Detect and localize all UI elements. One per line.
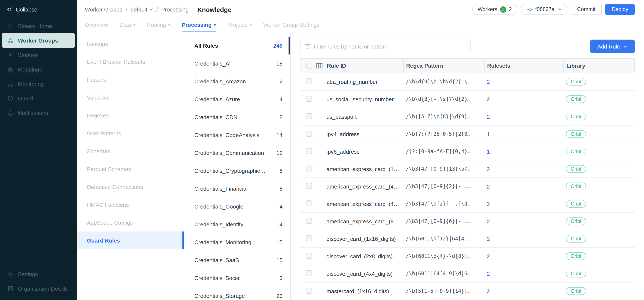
knowledge-nav-item[interactable]: Grok Patterns (77, 124, 184, 142)
rulesets-count-link[interactable]: 1 (487, 131, 490, 137)
row-checkbox[interactable] (306, 96, 312, 102)
rule-group-item[interactable]: Credentials_AI 18 (184, 54, 290, 72)
rule-group-item[interactable]: Credentials_Monitoring 15 (184, 233, 290, 251)
rule-group-item[interactable]: Credentials_Google 4 (184, 197, 290, 215)
table-row[interactable]: american_express_card_(4… /\b3[47][0-9]{… (300, 178, 634, 195)
row-checkbox[interactable] (306, 270, 312, 276)
knowledge-nav-item[interactable]: HMAC Functions (77, 196, 184, 214)
rulesets-count-link[interactable]: 2 (487, 183, 490, 190)
row-checkbox[interactable] (306, 218, 312, 224)
row-checkbox[interactable] (306, 165, 312, 171)
rule-group-item[interactable]: All Rules 240 (184, 37, 290, 54)
sidebar-footer-item[interactable]: Settings (2, 267, 75, 281)
sidebar-item[interactable]: Worker Groups (2, 33, 75, 48)
rulesets-count-link[interactable]: 2 (487, 288, 490, 294)
rule-group-item[interactable]: Credentials_Amazon 2 (184, 72, 290, 90)
breadcrumb-group-selector[interactable]: default (131, 6, 153, 12)
rule-group-item[interactable]: Credentials_Storage 23 (184, 287, 290, 300)
rulesets-count-link[interactable]: 2 (487, 201, 490, 207)
row-checkbox[interactable] (306, 253, 312, 259)
row-checkbox[interactable] (306, 288, 312, 294)
workers-label: Workers (478, 6, 498, 12)
rulesets-count-link[interactable]: 2 (487, 166, 490, 172)
sidebar-item[interactable]: Notifications (2, 106, 75, 120)
knowledge-nav-item[interactable]: Lookups (77, 35, 184, 53)
knowledge-nav-item[interactable]: Parsers (77, 71, 184, 89)
row-checkbox[interactable] (306, 131, 312, 136)
knowledge-nav-item[interactable]: Event Breaker Rulesets (77, 53, 184, 71)
sidebar-item[interactable]: Monitoring (2, 77, 75, 91)
table-row[interactable]: aba_routing_number /\b\d{9}\b|\b\d{2}-\…… (300, 73, 634, 91)
row-checkbox[interactable] (306, 78, 312, 84)
breadcrumb-section[interactable]: Processing (161, 6, 188, 12)
table-row[interactable]: discover_card_(2x8_digits) /\b(6011\d{4}… (300, 248, 634, 265)
knowledge-nav-label: Lookups (87, 41, 108, 47)
rulesets-count-link[interactable]: 1 (487, 148, 490, 155)
rule-group-item[interactable]: Credentials_Azure 4 (184, 90, 290, 108)
rule-group-item[interactable]: Credentials_CDN 8 (184, 108, 290, 126)
rule-group-item[interactable]: Credentials_Financial 8 (184, 179, 290, 197)
tab[interactable]: Overview (85, 19, 108, 31)
add-rule-button[interactable]: Add Rule (590, 40, 634, 53)
column-header-library[interactable]: Library (564, 59, 634, 73)
sidebar-item[interactable]: Mappings (2, 62, 75, 77)
workers-status-button[interactable]: Workers ✓ 2 (472, 4, 518, 15)
knowledge-nav-item[interactable]: Guard Rules (77, 232, 184, 249)
sidebar-item[interactable]: Workers (2, 48, 75, 62)
knowledge-nav-item[interactable]: Parquet Schemas (77, 160, 184, 178)
sidebar-footer-item[interactable]: Organization Details (2, 281, 75, 296)
column-header-rule-id[interactable]: Rule ID (324, 59, 404, 73)
rule-group-item[interactable]: Credentials_Identity 14 (184, 215, 290, 233)
row-checkbox[interactable] (306, 148, 312, 154)
rule-group-item[interactable]: Credentials_SaaS 15 (184, 251, 290, 269)
rulesets-count-link[interactable]: 2 (487, 79, 490, 85)
rulesets-count-link[interactable]: 2 (487, 113, 490, 120)
filter-rules-input[interactable] (314, 43, 466, 50)
sidebar-item[interactable]: Stream Home (2, 19, 75, 33)
table-row[interactable]: american_express_card_(8… /\b3[47][0-9]{… (300, 213, 634, 230)
rule-group-item[interactable]: Credentials_Social 3 (184, 269, 290, 287)
row-checkbox[interactable] (306, 183, 312, 189)
tab[interactable]: Projects ▾ (228, 19, 252, 31)
rulesets-count-link[interactable]: 2 (487, 271, 490, 277)
tab[interactable]: Routing ▾ (147, 19, 170, 31)
rulesets-count-link[interactable]: 2 (487, 218, 490, 224)
table-row[interactable]: ipv6_address /(?:[0-9a-fA-F]{0,4}… 1 Cri… (300, 143, 634, 160)
rulesets-count-link[interactable]: 2 (487, 96, 490, 102)
table-row[interactable]: mastercard_(1x16_digits) /\b(5[1-5][0-9]… (300, 283, 634, 300)
collapse-button[interactable]: Collapse (0, 0, 77, 19)
rule-group-item[interactable]: Credentials_CryptographicKe… 8 (184, 162, 290, 179)
table-row[interactable]: american_express_card_(4… /\b3[47]\d{2}[… (300, 195, 634, 213)
table-row[interactable]: us_social_security_number /\b\d{3}[-.\s]… (300, 91, 634, 108)
rule-group-item[interactable]: Credentials_Communication 12 (184, 144, 290, 162)
commit-hash-dropdown[interactable]: f08837a (521, 4, 567, 15)
tab[interactable]: Processing ▾ (182, 19, 216, 31)
rule-group-item[interactable]: Credentials_CodeAnalysis 14 (184, 126, 290, 144)
knowledge-nav-item[interactable]: Variables (77, 89, 184, 106)
sidebar-item[interactable]: Guard (2, 91, 75, 106)
knowledge-nav-item[interactable]: Regexes (77, 106, 184, 124)
rulesets-count-link[interactable]: 2 (487, 236, 490, 242)
column-header-regex-pattern[interactable]: Regex Pattern (404, 59, 484, 73)
row-checkbox[interactable] (306, 113, 312, 119)
tab[interactable]: Data ▾ (119, 19, 135, 31)
deploy-button[interactable]: Deploy (605, 4, 634, 15)
table-row[interactable]: discover_card_(1x16_digits) /\b(6011\d{1… (300, 230, 634, 248)
columns-icon[interactable] (316, 63, 323, 68)
commit-button[interactable]: Commit (571, 4, 602, 15)
column-header-rulesets[interactable]: Rulesets (484, 59, 564, 73)
rulesets-count-link[interactable]: 2 (487, 253, 490, 259)
row-checkbox[interactable] (306, 235, 312, 241)
tab-bar: Overview Data ▾ Routing ▾ Processing ▾ (77, 19, 644, 33)
row-checkbox[interactable] (306, 200, 312, 206)
select-all-checkbox[interactable] (306, 63, 312, 69)
table-row[interactable]: us_passport /\b([A-Z]\d{8}|\d{9}… 2 Crib… (300, 108, 634, 126)
table-row[interactable]: discover_card_(4x4_digits) /\b(6011|64[4… (300, 265, 634, 283)
tab[interactable]: Worker Group Settings (263, 19, 320, 31)
breadcrumb-worker-groups[interactable]: Worker Groups (85, 6, 122, 12)
knowledge-nav-item[interactable]: Database Connections (77, 178, 184, 196)
table-row[interactable]: ipv4_address /\b(?:(?:25[0-5]|2[0… 1 Cri… (300, 126, 634, 143)
knowledge-nav-item[interactable]: AppScope Configs (77, 214, 184, 232)
knowledge-nav-item[interactable]: Schemas (77, 142, 184, 160)
table-row[interactable]: american_express_card_(1… /\b3[47][0-9]{… (300, 160, 634, 178)
